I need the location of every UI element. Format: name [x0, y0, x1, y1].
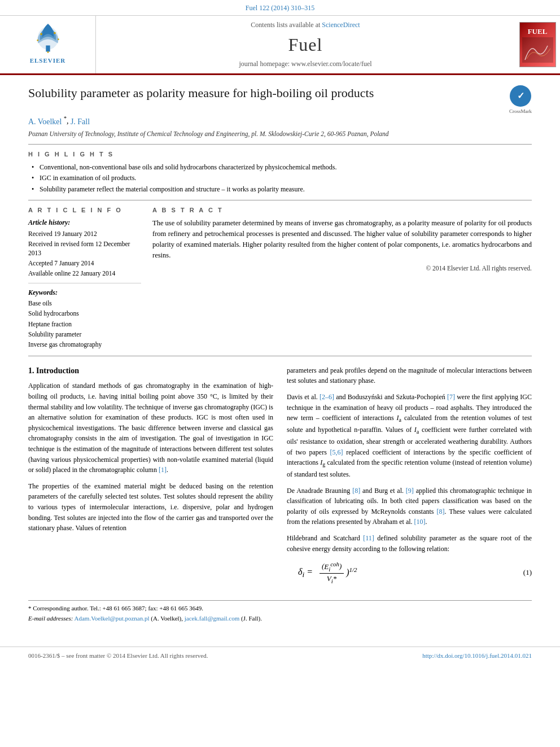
- authors-line: A. Voelkel *, J. Fall: [28, 115, 532, 127]
- highlight-item: Conventional, non-conventional base oils…: [32, 163, 532, 172]
- keyword-item: Heptane fraction: [28, 320, 141, 329]
- received-date: Received 19 January 2012: [28, 229, 141, 238]
- sciencedirect-link[interactable]: ScienceDirect: [322, 21, 360, 29]
- ref-5-6-link[interactable]: [5,6]: [330, 448, 343, 456]
- main-content: Solubility parameter as polarity measure…: [0, 75, 560, 635]
- svg-point-3: [54, 32, 56, 34]
- formula-equation: δi = (Eicoh) Vi* )1/2: [298, 560, 512, 586]
- svg-point-4: [37, 40, 38, 41]
- journal-header: ELSEVIER Contents lists available at Sci…: [0, 16, 560, 75]
- body-content: 1. Introduction Application of standard …: [28, 365, 532, 591]
- article-title: Solubility parameter as polarity measure…: [28, 85, 374, 102]
- crossmark-label: CrossMark: [509, 108, 532, 115]
- doi-line: http://dx.doi.org/10.1016/j.fuel.2014.01…: [422, 652, 532, 660]
- formula-1: δi = (Eicoh) Vi* )1/2 (1): [287, 560, 532, 586]
- highlight-item: IGC in examination of oil products.: [32, 173, 532, 183]
- keywords-title: Keywords:: [28, 288, 141, 298]
- svg-point-5: [57, 38, 59, 40]
- email-fall-link[interactable]: jacek.fall@gmail.com: [185, 615, 239, 622]
- author-voelkel[interactable]: A. Voelkel: [28, 117, 62, 125]
- elsevier-tree-icon: [28, 24, 68, 55]
- article-info-col: A R T I C L E I N F O Article history: R…: [28, 206, 141, 350]
- ref-8b-link[interactable]: [8]: [437, 508, 445, 516]
- available-date: Available online 22 January 2014: [28, 269, 141, 278]
- journal-name: Fuel: [288, 32, 323, 58]
- body-left-col: 1. Introduction Application of standard …: [28, 365, 273, 591]
- fuel-cover-image: FUEL: [519, 22, 556, 67]
- crossmark-icon[interactable]: ✓: [510, 85, 531, 107]
- page: Fuel 122 (2014) 310–315: [0, 0, 560, 747]
- ref-7-link[interactable]: [7]: [447, 393, 455, 401]
- highlights-label: H I G H L I G H T S: [28, 150, 532, 159]
- keywords-separator: [28, 283, 141, 283]
- fuel-cover-graphic: [522, 37, 553, 63]
- separator-after-highlights: [28, 200, 532, 200]
- corresponding-author-note: * Corresponding author. Tel.: +48 61 665…: [28, 604, 532, 613]
- intro-para-2: The properties of the examined material …: [28, 481, 273, 534]
- keyword-item: Base oils: [28, 299, 141, 308]
- svg-point-2: [40, 33, 42, 36]
- ref-11-link[interactable]: [11]: [363, 534, 374, 542]
- highlight-item: Solubility parameter reflect the materia…: [32, 185, 532, 194]
- copyright-line: © 2014 Elsevier Ltd. All rights reserved…: [152, 264, 532, 273]
- citation-text: Fuel 122 (2014) 310–315: [246, 4, 314, 12]
- affiliation: Poznan University of Technology, Institu…: [28, 129, 532, 138]
- received-revised-date: Received in revised form 12 December 201…: [28, 239, 141, 257]
- ref-2-6-link[interactable]: [2–6]: [320, 393, 334, 401]
- abstract-text: The use of solubility parameter determin…: [152, 218, 532, 260]
- journal-center: Contents lists available at ScienceDirec…: [96, 16, 515, 73]
- ref-10-link[interactable]: [10]: [414, 518, 426, 526]
- highlights-list: Conventional, non-conventional base oils…: [32, 163, 532, 194]
- journal-homepage: journal homepage: www.elsevier.com/locat…: [239, 59, 371, 69]
- journal-cover-area: FUEL: [515, 16, 560, 73]
- elsevier-logo-area: ELSEVIER: [0, 16, 96, 73]
- keyword-item: Solubility parameter: [28, 330, 141, 339]
- footnotes-area: * Corresponding author. Tel.: +48 61 665…: [28, 600, 532, 623]
- abstract-col: A B S T R A C T The use of solubility pa…: [152, 206, 532, 350]
- elsevier-text: ELSEVIER: [30, 56, 66, 65]
- accepted-date: Accepted 7 January 2014: [28, 259, 141, 268]
- article-info-label: A R T I C L E I N F O: [28, 206, 141, 215]
- sciencedirect-line: Contents lists available at ScienceDirec…: [251, 20, 360, 30]
- crossmark-badge-area[interactable]: ✓ CrossMark: [509, 85, 532, 115]
- ref-9-link[interactable]: [9]: [406, 487, 414, 495]
- keyword-item: Inverse gas chromatography: [28, 340, 141, 349]
- doi-link[interactable]: http://dx.doi.org/10.1016/j.fuel.2014.01…: [422, 652, 532, 659]
- bottom-bar: 0016-2361/$ – see front matter © 2014 El…: [0, 646, 560, 665]
- right-para-3: De Anadrade Brauning [8] and Burg et al.…: [287, 486, 532, 527]
- body-right-col: parameters and peak profiles depend on t…: [287, 365, 532, 591]
- right-para-2: Davis et al. [2–6] and Boduszyński and S…: [287, 392, 532, 480]
- citation-bar: Fuel 122 (2014) 310–315: [0, 0, 560, 16]
- right-para-1: parameters and peak profiles depend on t…: [287, 365, 532, 386]
- body-two-col: 1. Introduction Application of standard …: [28, 365, 532, 591]
- svg-rect-7: [522, 37, 553, 63]
- separator-after-affiliation: [28, 144, 532, 145]
- intro-para-1: Application of standard methods of gas c…: [28, 381, 273, 475]
- info-abstract-cols: A R T I C L E I N F O Article history: R…: [28, 206, 532, 350]
- email-line: E-mail addresses: Adam.Voelkel@put.pozna…: [28, 614, 532, 623]
- formula-number: (1): [523, 567, 532, 578]
- right-para-4: Hildebrand and Scatchard [11] defined so…: [287, 533, 532, 554]
- article-history-title: Article history:: [28, 218, 141, 228]
- author-fall[interactable]: J. Fall: [71, 117, 90, 125]
- email-voelkel-link[interactable]: Adam.Voelkel@put.poznan.pl: [75, 615, 150, 622]
- issn-line: 0016-2361/$ – see front matter © 2014 El…: [28, 652, 208, 660]
- separator-body: [28, 356, 532, 356]
- svg-point-6: [47, 51, 49, 53]
- ref-8-link[interactable]: [8]: [352, 487, 360, 495]
- ref-1-link[interactable]: [1]: [159, 466, 167, 474]
- title-row: Solubility parameter as polarity measure…: [28, 85, 532, 115]
- keywords-list: Base oils Solid hydrocarbons Heptane fra…: [28, 299, 141, 348]
- abstract-label: A B S T R A C T: [152, 206, 532, 215]
- intro-heading: 1. Introduction: [28, 365, 273, 377]
- elsevier-logo: ELSEVIER: [28, 24, 68, 65]
- keyword-item: Solid hydrocarbons: [28, 309, 141, 318]
